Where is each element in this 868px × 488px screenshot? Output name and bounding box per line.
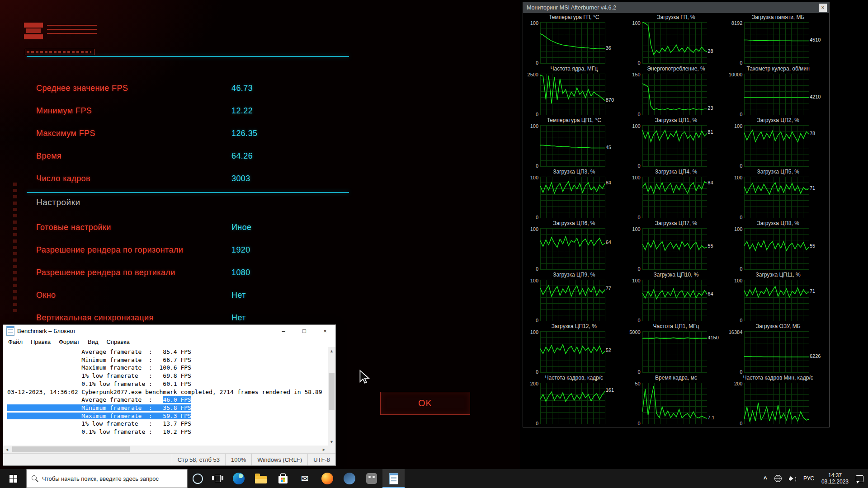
scrollbar-corner xyxy=(328,446,335,453)
notepad-app-icon xyxy=(6,326,14,336)
graph-title: Загрузка ЦП12, % xyxy=(523,323,625,330)
graph-plot xyxy=(642,228,708,270)
taskbar-app-gimp[interactable] xyxy=(360,469,382,488)
graph-title: Загрузка памяти, МБ xyxy=(727,14,829,21)
scroll-down-icon[interactable]: ▼ xyxy=(328,438,335,446)
menu-item[interactable]: Формат xyxy=(55,337,84,347)
task-view-button[interactable] xyxy=(208,469,227,488)
graph-current-value: 36 xyxy=(606,45,624,51)
monitor-graph: Загрузка ЦП1, %100081 xyxy=(625,117,727,169)
close-button[interactable]: × xyxy=(315,325,335,337)
notepad-line: Maximum framerate : 59.3 FPS xyxy=(7,412,328,420)
taskbar-app-store[interactable] xyxy=(272,469,294,488)
horizontal-scrollbar[interactable]: ◄ ► xyxy=(3,446,328,453)
scroll-left-icon[interactable]: ◄ xyxy=(3,446,11,453)
graph-body: 1000004210 xyxy=(727,73,829,116)
monitor-graph: Частота кадров Мин, кадр/с2000 xyxy=(727,375,829,426)
afterburner-close-button[interactable]: × xyxy=(819,4,827,12)
network-icon[interactable] xyxy=(774,475,782,482)
start-button[interactable] xyxy=(0,469,26,488)
text-segment: Minimum framerate : 66.7 FPS xyxy=(7,357,191,363)
graph-body: 2000161 xyxy=(523,382,625,425)
settings-header: Настройки xyxy=(36,197,80,207)
ok-button[interactable]: OK xyxy=(380,392,470,415)
graph-max-label: 100 xyxy=(523,123,538,129)
monitor-graph: Загрузка ЦП8, %100055 xyxy=(727,220,829,272)
store-icon xyxy=(278,476,288,483)
benchmark-row: ОкноНет xyxy=(36,284,353,306)
benchmark-row-label: Число кадров xyxy=(36,174,90,183)
graph-min-label: 0 xyxy=(523,163,538,169)
graph-plot xyxy=(744,22,809,64)
graph-title: Загрузка ЦП2, % xyxy=(727,117,829,124)
mail-icon: ✉ xyxy=(301,474,309,483)
minimize-button[interactable]: – xyxy=(273,325,294,337)
graph-current-value: 4510 xyxy=(810,37,828,42)
monitor-graph: Загрузка ЦП4, %100084 xyxy=(625,169,727,220)
monitor-graph: Загрузка памяти, МБ819204510 xyxy=(727,14,829,66)
maximize-button[interactable]: □ xyxy=(294,325,315,337)
graph-title: Температура ЦП1, °C xyxy=(523,117,625,124)
notepad-titlebar[interactable]: Benchmark – Блокнот – □ × xyxy=(3,325,335,337)
monitor-graph: Загрузка ЦП10, %100064 xyxy=(625,272,727,323)
taskbar-app-mail[interactable]: ✉ xyxy=(294,469,316,488)
vertical-scroll-thumb[interactable] xyxy=(329,373,335,410)
taskbar-app-edge[interactable] xyxy=(227,469,250,488)
horizontal-scroll-thumb[interactable] xyxy=(12,446,130,452)
tray-expand-icon[interactable]: ^ xyxy=(764,475,767,483)
benchmark-row-label: Максимум FPS xyxy=(36,129,95,138)
graph-plot xyxy=(540,383,605,424)
benchmark-row-value: Нет xyxy=(231,313,246,323)
graph-plot xyxy=(642,383,708,424)
graph-plot xyxy=(744,228,809,270)
taskbar-app-steam[interactable] xyxy=(338,469,360,488)
graph-current-value: 52 xyxy=(606,347,624,353)
cortana-button[interactable] xyxy=(188,469,208,488)
scroll-right-icon[interactable]: ► xyxy=(320,446,328,453)
scroll-up-icon[interactable]: ▲ xyxy=(328,347,335,355)
benchmark-row-value: Нет xyxy=(231,291,246,300)
taskbar-clock[interactable]: 14:37 03.12.2023 xyxy=(821,472,849,485)
menu-item[interactable]: Правка xyxy=(27,337,55,347)
graph-max-label: 50 xyxy=(625,381,641,386)
graph-plot xyxy=(540,177,605,218)
menu-item[interactable]: Вид xyxy=(84,337,103,347)
language-indicator[interactable]: РУС xyxy=(803,475,814,482)
benchmark-row-label: Вертикальная синхронизация xyxy=(36,313,154,323)
graph-plot xyxy=(540,331,605,373)
line-ending: Windows (CRLF) xyxy=(251,454,307,465)
monitor-graph: Загрузка ОЗУ, МБ1638406226 xyxy=(727,323,829,375)
benchmark-row: Минимум FPS12.22 xyxy=(36,99,353,122)
monitor-graph: Загрузка ЦП11, %100071 xyxy=(727,272,829,323)
afterburner-titlebar[interactable]: Мониторинг MSI Afterburner v4.6.2 × xyxy=(523,2,829,13)
taskbar-app-firefox[interactable] xyxy=(316,469,338,488)
menu-item[interactable]: Справка xyxy=(103,337,134,347)
graph-title: Частота ядра, МГц xyxy=(523,66,625,72)
notepad-text[interactable]: Average framerate : 85.4 FPS Minimum fra… xyxy=(3,347,328,446)
graph-current-value: 4150 xyxy=(708,335,726,340)
graph-max-label: 100 xyxy=(523,20,538,26)
graph-body: 100078 xyxy=(727,124,829,168)
clock-time: 14:37 xyxy=(821,472,849,479)
benchmark-row: Время64.26 xyxy=(36,145,353,167)
benchmark-row-label: Окно xyxy=(36,291,56,300)
benchmark-row-value: 12.22 xyxy=(231,106,253,116)
notepad-line: Minimum framerate : 66.7 FPS xyxy=(7,356,328,364)
taskbar-app-notepad[interactable] xyxy=(382,469,405,488)
graph-body: 100077 xyxy=(523,279,625,322)
vertical-scrollbar[interactable]: ▲ ▼ xyxy=(328,347,335,446)
action-center-icon[interactable] xyxy=(856,475,863,482)
text-segment: 03-12-2023, 14:36:02 Cyberpunk2077.exe b… xyxy=(7,389,322,395)
graph-title: Загрузка ЦП11, % xyxy=(727,272,829,278)
benchmark-row: Максимум FPS126.35 xyxy=(36,122,353,145)
graph-plot xyxy=(540,280,605,321)
clock-date: 03.12.2023 xyxy=(821,479,849,485)
taskbar-app-explorer[interactable] xyxy=(250,469,272,488)
volume-icon[interactable] xyxy=(789,476,796,482)
graph-max-label: 200 xyxy=(727,381,742,386)
graph-current-value: 6226 xyxy=(810,353,828,359)
graph-title: Загрузка ЦП7, % xyxy=(625,220,727,227)
taskbar-search[interactable]: Чтобы начать поиск, введите здесь запрос xyxy=(26,469,188,488)
menu-item[interactable]: Файл xyxy=(4,337,27,347)
text-segment: Maximum framerate : 100.6 FPS xyxy=(7,364,191,371)
